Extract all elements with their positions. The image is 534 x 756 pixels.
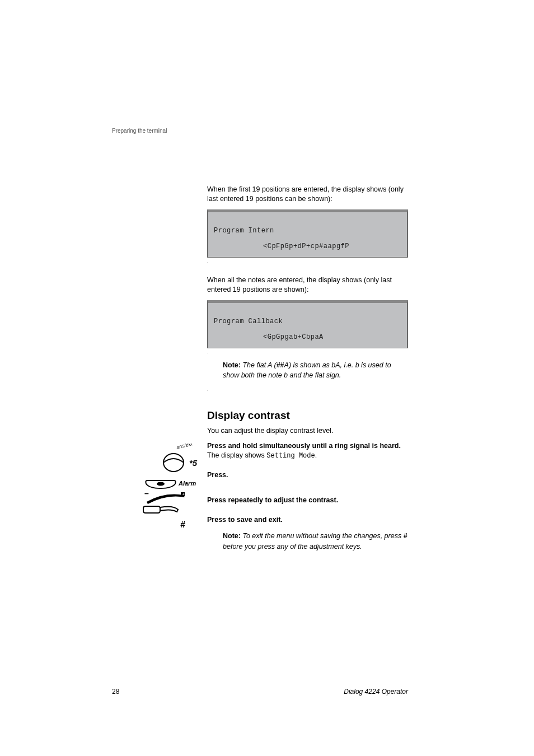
star-5-symbol: *5 bbox=[189, 458, 197, 468]
step-1-text: Press and hold simultaneously until a ri… bbox=[207, 441, 408, 460]
step1-l2c: . bbox=[315, 451, 317, 459]
main-content: When the first 19 positions are entered,… bbox=[207, 185, 408, 557]
paragraph-2: When all the notes are entered, the disp… bbox=[207, 276, 408, 295]
page: Preparing the terminal When the first 19… bbox=[0, 0, 534, 756]
page-footer: 28 Dialog 4224 Operator bbox=[112, 688, 408, 696]
note2-label: Note: bbox=[223, 532, 241, 540]
lcd2-line1: Program Callback bbox=[214, 318, 401, 325]
step1-bold: Press and hold simultaneously until a ri… bbox=[207, 441, 408, 451]
note-1: Note: The flat A (##A) is shown as bA, i… bbox=[207, 360, 408, 381]
step4-bold: Press to save and exit. bbox=[207, 515, 408, 525]
footer-model: Dialog 4224 Operator bbox=[344, 688, 408, 696]
lcd2-line2: <GpGpgab+CbpaA bbox=[214, 333, 401, 341]
note2-text-a: To exit the menu without saving the chan… bbox=[241, 532, 404, 540]
svg-point-1 bbox=[163, 454, 184, 472]
lcd-display-1: Program Intern <CpFpGp+dP+cp#aapgfP bbox=[207, 209, 408, 258]
note-2: Note: To exit the menu without saving th… bbox=[207, 530, 408, 552]
note-label: Note: bbox=[223, 361, 241, 369]
step2-bold: Press. bbox=[207, 470, 408, 480]
key-icon-ansext: ans/ext *5 bbox=[146, 444, 202, 474]
hash-symbol-2: # bbox=[404, 532, 407, 540]
lcd1-line2: <CpFpGp+dP+cp#aapgfP bbox=[214, 242, 401, 250]
volume-rocker-icon: – + bbox=[140, 489, 190, 514]
dot: . bbox=[207, 351, 408, 354]
svg-text:ans/ext: ans/ext bbox=[176, 444, 193, 450]
dot: . bbox=[207, 260, 408, 263]
svg-text:–: – bbox=[144, 489, 149, 498]
step1-l2a: The display shows bbox=[207, 451, 266, 459]
paragraph-1: When the first 19 positions are entered,… bbox=[207, 185, 408, 204]
svg-point-2 bbox=[157, 482, 165, 486]
note2-text-b: before you press any of the adjustment k… bbox=[223, 543, 362, 550]
hash-symbol: ## bbox=[277, 361, 284, 369]
alarm-key-row: Alarm bbox=[144, 478, 205, 489]
note-text-a: The flat A ( bbox=[241, 361, 277, 369]
page-number: 28 bbox=[112, 688, 119, 696]
section-title: Display contrast bbox=[207, 409, 408, 422]
alarm-label: Alarm bbox=[179, 480, 196, 487]
lcd-display-2: Program Callback <GpGpgab+CbpaA bbox=[207, 300, 408, 348]
hash-glyph: # bbox=[180, 520, 185, 529]
hash-key-symbol: # bbox=[180, 520, 185, 530]
running-header: Preparing the terminal bbox=[112, 128, 167, 134]
step3-bold: Press repeatedly to adjust the contrast. bbox=[207, 496, 408, 505]
dot: . bbox=[207, 388, 408, 391]
step1-line2: The display shows Setting Mode. bbox=[207, 451, 408, 460]
lcd1-line1: Program Intern bbox=[214, 227, 401, 235]
step1-l2b: Setting Mode bbox=[266, 452, 315, 460]
alarm-key-icon bbox=[144, 478, 177, 489]
svg-text:+: + bbox=[182, 492, 185, 497]
section-intro: You can adjust the display contrast leve… bbox=[207, 426, 408, 436]
